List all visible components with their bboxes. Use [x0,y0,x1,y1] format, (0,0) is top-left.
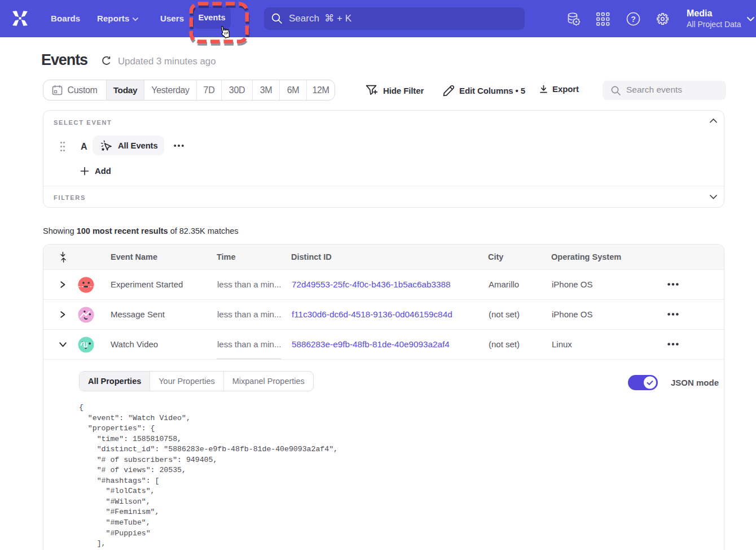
svg-text:?: ? [631,15,636,24]
